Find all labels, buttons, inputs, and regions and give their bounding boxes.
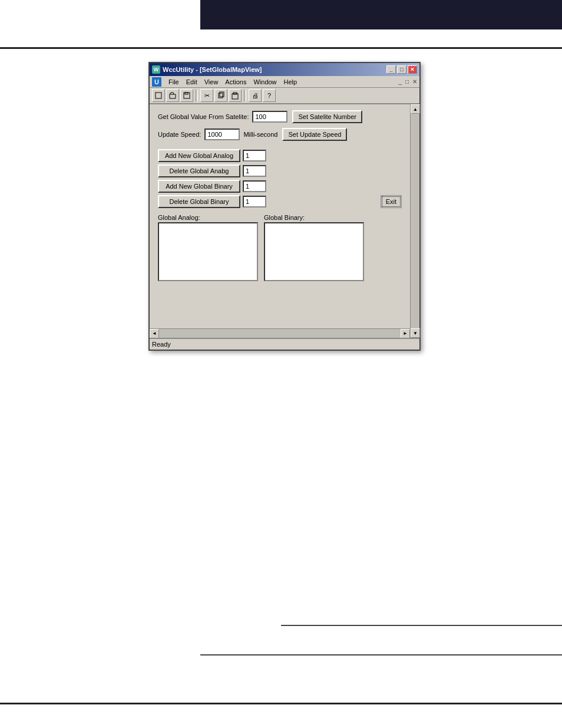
toolbar-cut[interactable]: ✂: [200, 89, 213, 102]
toolbar-new[interactable]: [152, 89, 165, 102]
scroll-down-arrow[interactable]: ▼: [411, 328, 420, 338]
add-analog-row: Add New Global Analog: [158, 149, 402, 162]
menu-logo: U: [152, 77, 161, 87]
update-speed-row: Update Speed: Milli-second Set Update Sp…: [158, 128, 402, 141]
add-binary-input[interactable]: [243, 180, 266, 192]
toolbar-print[interactable]: 🖨: [249, 89, 262, 102]
top-header: [200, 0, 562, 29]
speed-unit: Milli-second: [243, 131, 277, 138]
hr-mid1: [281, 625, 562, 626]
menu-close[interactable]: ✕: [412, 78, 417, 85]
delete-analog-row: Delete Global Anabg: [158, 164, 402, 177]
toolbar-sep1: [196, 90, 198, 101]
scroll-up-arrow[interactable]: ▲: [411, 104, 420, 114]
menu-edit[interactable]: Edit: [183, 78, 201, 86]
global-analog-listbox[interactable]: [158, 222, 258, 281]
toolbar-help[interactable]: ?: [263, 89, 276, 102]
menu-file[interactable]: File: [165, 78, 183, 86]
satellite-row: Get Global Value From Satelite: Set Sate…: [158, 110, 402, 123]
app-window: W WccUtility - [SetGlobalMapView] _ □ ✕ …: [148, 62, 421, 351]
delete-binary-row: Delete Global Binary Exit: [158, 195, 402, 208]
right-scrollbar: ▲ ▼: [410, 104, 419, 338]
add-analog-input[interactable]: [243, 150, 266, 162]
close-button[interactable]: ✕: [408, 65, 417, 74]
toolbar-copy[interactable]: [214, 89, 227, 102]
delete-binary-button[interactable]: Delete Global Binary: [158, 195, 240, 208]
hr-bottom: [0, 703, 562, 704]
status-bar: Ready: [150, 338, 419, 350]
window-title: WccUtility - [SetGlobalMapView]: [163, 66, 262, 73]
menu-view[interactable]: View: [201, 78, 222, 86]
add-analog-button[interactable]: Add New Global Analog: [158, 149, 240, 162]
title-bar-left: W WccUtility - [SetGlobalMapView]: [152, 65, 262, 74]
svg-rect-0: [156, 93, 161, 98]
delete-binary-input[interactable]: [243, 196, 266, 207]
toolbar-paste[interactable]: [229, 89, 242, 102]
global-binary-group: Global Binary:: [264, 214, 364, 281]
toolbar-open[interactable]: [166, 89, 179, 102]
exit-button[interactable]: Exit: [381, 195, 402, 208]
delete-analog-button[interactable]: Delete Global Anabg: [158, 164, 240, 177]
global-analog-group: Global Analog:: [158, 214, 258, 281]
scroll-track-h[interactable]: [159, 329, 401, 338]
set-speed-button[interactable]: Set Update Speed: [282, 128, 347, 141]
scroll-left-arrow[interactable]: ◄: [150, 329, 159, 338]
toolbar: ✂ 🖨 ?: [150, 88, 419, 104]
svg-rect-3: [219, 93, 223, 98]
menu-bar-right: _ □ ✕: [398, 78, 417, 85]
speed-input[interactable]: [204, 129, 240, 140]
toolbar-sep2: [244, 90, 246, 101]
scroll-right-arrow[interactable]: ►: [401, 329, 410, 338]
hr-mid2: [200, 654, 562, 655]
menu-actions[interactable]: Actions: [222, 78, 250, 86]
svg-rect-4: [220, 92, 224, 97]
maximize-button[interactable]: □: [397, 65, 406, 74]
satellite-input[interactable]: [252, 111, 287, 123]
satellite-label: Get Global Value From Satelite:: [158, 113, 249, 120]
delete-analog-input[interactable]: [243, 165, 266, 177]
main-content: Get Global Value From Satelite: Set Sate…: [150, 104, 410, 328]
listboxes-area: Global Analog: Global Binary:: [158, 214, 402, 281]
add-binary-button[interactable]: Add New Global Binary: [158, 180, 240, 193]
menu-help[interactable]: Help: [280, 78, 301, 86]
add-binary-row: Add New Global Binary: [158, 180, 402, 193]
set-satellite-button[interactable]: Set Satelite Number: [292, 110, 362, 123]
global-analog-label: Global Analog:: [158, 214, 258, 221]
speed-label: Update Speed:: [158, 131, 201, 138]
toolbar-save[interactable]: [180, 89, 193, 102]
app-icon: W: [152, 65, 160, 74]
global-binary-label: Global Binary:: [264, 214, 364, 221]
menu-max[interactable]: □: [405, 78, 409, 85]
menu-min[interactable]: _: [398, 78, 402, 85]
scroll-track-v[interactable]: [411, 114, 419, 328]
hr-top: [0, 47, 562, 49]
global-binary-listbox[interactable]: [264, 222, 364, 281]
menu-bar: U File Edit View Actions Window Help _ □…: [150, 76, 419, 88]
title-bar: W WccUtility - [SetGlobalMapView] _ □ ✕: [150, 63, 419, 76]
title-bar-controls: _ □ ✕: [386, 65, 417, 74]
bottom-scrollbar: ◄ ►: [150, 328, 410, 338]
minimize-button[interactable]: _: [386, 65, 396, 74]
menu-window[interactable]: Window: [250, 78, 280, 86]
svg-rect-2: [185, 93, 188, 94]
status-text: Ready: [152, 341, 171, 348]
